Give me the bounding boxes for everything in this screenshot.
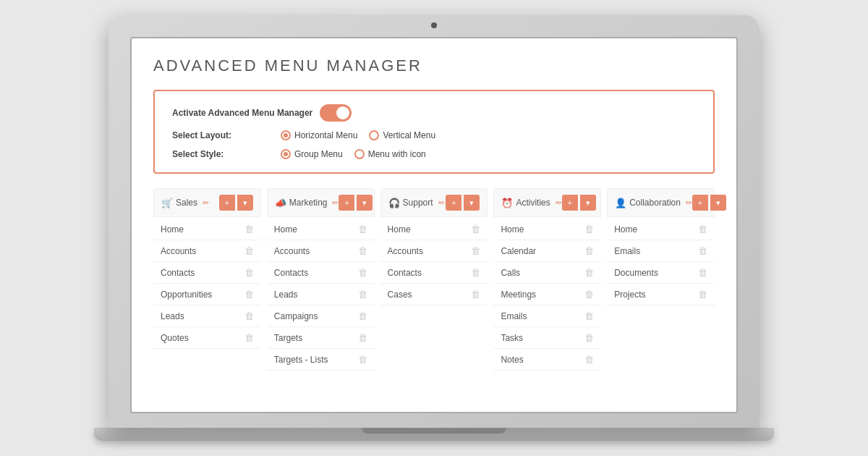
down-btn-sales[interactable]: ▾ xyxy=(237,195,253,211)
delete-btn-sales-3[interactable]: 🗑 xyxy=(244,289,254,300)
delete-btn-activities-0[interactable]: 🗑 xyxy=(584,224,594,235)
radio-horizontal[interactable]: Horizontal Menu xyxy=(281,130,357,140)
delete-btn-marketing-6[interactable]: 🗑 xyxy=(358,354,367,365)
layout-row: Select Layout: Horizontal Menu Vertical … xyxy=(172,130,696,140)
column-actions-activities: +▾ xyxy=(562,195,596,211)
column-header-sales: 🛒Sales✏+▾ xyxy=(153,188,261,217)
menu-item-label-sales-2: Contacts xyxy=(161,268,195,278)
plus-btn-activities[interactable]: + xyxy=(562,195,578,211)
style-label: Select Style: xyxy=(172,149,273,159)
plus-btn-marketing[interactable]: + xyxy=(339,195,354,211)
menu-item-label-support-0: Home xyxy=(388,224,411,235)
menu-item-label-collaboration-1: Emails xyxy=(614,246,640,256)
pencil-icon-activities[interactable]: ✏ xyxy=(556,198,562,208)
menu-item-row: Contacts🗑 xyxy=(153,262,261,284)
column-actions-marketing: +▾ xyxy=(339,195,373,211)
delete-btn-marketing-5[interactable]: 🗑 xyxy=(358,332,367,343)
menu-item-row: Documents🗑 xyxy=(607,262,715,284)
menu-item-row: Campaigns🗑 xyxy=(267,305,375,327)
down-btn-marketing[interactable]: ▾ xyxy=(357,195,373,211)
delete-btn-marketing-0[interactable]: 🗑 xyxy=(358,224,367,235)
delete-btn-sales-1[interactable]: 🗑 xyxy=(244,245,254,256)
menu-item-row: Opportunities🗑 xyxy=(153,284,261,305)
menu-item-row: Contacts🗑 xyxy=(267,262,375,284)
menu-item-label-collaboration-3: Projects xyxy=(614,290,645,300)
menu-item-label-marketing-5: Targets xyxy=(274,333,302,343)
menu-item-row: Contacts🗑 xyxy=(380,262,488,284)
plus-btn-collaboration[interactable]: + xyxy=(692,195,708,211)
delete-btn-marketing-2[interactable]: 🗑 xyxy=(358,267,367,278)
menu-item-row: Cases🗑 xyxy=(380,284,488,305)
delete-btn-collaboration-2[interactable]: 🗑 xyxy=(698,267,707,278)
delete-btn-collaboration-3[interactable]: 🗑 xyxy=(698,289,707,300)
menu-item-row: Home🗑 xyxy=(267,219,375,240)
delete-btn-marketing-1[interactable]: 🗑 xyxy=(358,245,367,256)
menu-item-label-activities-5: Tasks xyxy=(501,333,523,343)
delete-btn-activities-2[interactable]: 🗑 xyxy=(584,267,594,278)
menu-item-label-marketing-0: Home xyxy=(274,224,297,235)
delete-btn-sales-2[interactable]: 🗑 xyxy=(244,267,254,278)
column-header-marketing: 📣Marketing✏+▾ xyxy=(267,188,375,217)
column-header-collaboration: 👤Collaboration✏+▾ xyxy=(607,188,715,217)
menu-column-marketing: 📣Marketing✏+▾Home🗑Accounts🗑Contacts🗑Lead… xyxy=(267,188,375,371)
menu-item-row: Calendar🗑 xyxy=(493,240,601,262)
menu-item-label-sales-3: Opportunities xyxy=(161,290,212,300)
delete-btn-marketing-4[interactable]: 🗑 xyxy=(358,311,367,321)
delete-btn-support-3[interactable]: 🗑 xyxy=(471,289,480,300)
menu-item-row: Home🗑 xyxy=(493,219,601,240)
menu-item-row: Notes🗑 xyxy=(493,349,601,371)
down-btn-collaboration[interactable]: ▾ xyxy=(710,195,726,211)
pencil-icon-support[interactable]: ✏ xyxy=(438,198,445,208)
toggle-knob xyxy=(336,106,349,119)
delete-btn-activities-6[interactable]: 🗑 xyxy=(584,354,594,365)
column-header-activities: ⏰Activities✏+▾ xyxy=(493,188,601,217)
delete-btn-collaboration-0[interactable]: 🗑 xyxy=(698,224,707,235)
menu-column-activities: ⏰Activities✏+▾Home🗑Calendar🗑Calls🗑Meetin… xyxy=(493,188,601,371)
menu-item-label-sales-5: Quotes xyxy=(161,333,189,343)
activate-toggle[interactable] xyxy=(320,104,352,122)
pencil-icon-collaboration[interactable]: ✏ xyxy=(686,198,692,208)
delete-btn-support-1[interactable]: 🗑 xyxy=(471,245,480,256)
down-btn-support[interactable]: ▾ xyxy=(464,195,480,211)
column-actions-sales: +▾ xyxy=(219,195,253,211)
column-label-marketing: Marketing xyxy=(289,198,328,208)
delete-btn-activities-1[interactable]: 🗑 xyxy=(584,245,594,256)
menu-item-label-activities-6: Notes xyxy=(501,355,523,365)
radio-vertical[interactable]: Vertical Menu xyxy=(369,130,435,140)
column-label-support: Support xyxy=(403,198,433,208)
menu-item-label-activities-1: Calendar xyxy=(501,246,536,256)
radio-icon-menu[interactable]: Menu with icon xyxy=(354,149,426,159)
delete-btn-marketing-3[interactable]: 🗑 xyxy=(358,289,367,300)
delete-btn-activities-3[interactable]: 🗑 xyxy=(584,289,594,300)
pencil-icon-sales[interactable]: ✏ xyxy=(203,198,209,208)
pencil-icon-marketing[interactable]: ✏ xyxy=(332,198,339,208)
delete-btn-collaboration-1[interactable]: 🗑 xyxy=(698,245,707,256)
plus-btn-support[interactable]: + xyxy=(446,195,461,211)
delete-btn-support-2[interactable]: 🗑 xyxy=(471,267,480,278)
menu-item-label-marketing-1: Accounts xyxy=(274,246,310,256)
column-header-left-collaboration: 👤Collaboration✏ xyxy=(615,198,692,208)
radio-group-menu[interactable]: Group Menu xyxy=(281,149,343,159)
menu-item-row: Accounts🗑 xyxy=(380,240,488,262)
menu-item-row: Calls🗑 xyxy=(493,262,601,284)
marketing-icon: 📣 xyxy=(275,198,286,208)
plus-btn-sales[interactable]: + xyxy=(219,195,235,211)
menu-item-label-marketing-6: Targets - Lists xyxy=(274,355,328,365)
menu-item-row: Quotes🗑 xyxy=(153,327,261,349)
delete-btn-support-0[interactable]: 🗑 xyxy=(471,224,480,235)
delete-btn-sales-0[interactable]: 🗑 xyxy=(244,224,254,235)
sales-icon: 🛒 xyxy=(161,198,173,208)
radio-dot-icon xyxy=(354,149,365,159)
support-icon: 🎧 xyxy=(388,198,400,208)
menu-item-row: Accounts🗑 xyxy=(153,240,261,262)
down-btn-activities[interactable]: ▾ xyxy=(580,195,596,211)
delete-btn-activities-4[interactable]: 🗑 xyxy=(584,311,594,321)
delete-btn-activities-5[interactable]: 🗑 xyxy=(584,332,594,343)
column-header-support: 🎧Support✏+▾ xyxy=(380,188,488,217)
menu-item-label-sales-4: Leads xyxy=(161,311,184,321)
menu-item-row: Home🗑 xyxy=(607,219,715,240)
delete-btn-sales-4[interactable]: 🗑 xyxy=(244,311,254,321)
menu-item-row: Targets🗑 xyxy=(267,327,375,349)
menu-item-row: Home🗑 xyxy=(380,219,488,240)
delete-btn-sales-5[interactable]: 🗑 xyxy=(244,332,254,343)
